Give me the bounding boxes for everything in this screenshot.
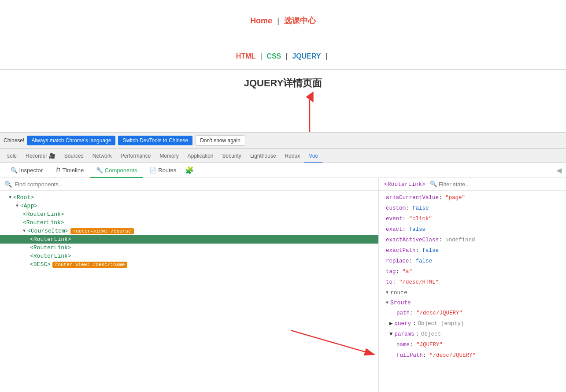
home-link[interactable]: Home xyxy=(250,16,272,25)
nav-top: Home | 选课中心 xyxy=(0,9,566,26)
sep4: | xyxy=(326,52,327,60)
html-link[interactable]: HTML xyxy=(236,52,255,60)
sep2: | xyxy=(260,52,262,60)
page-title: JQUERY详情页面 xyxy=(0,77,566,90)
course-link[interactable]: 选课中心 xyxy=(284,16,316,25)
divider xyxy=(0,69,566,70)
sep1: | xyxy=(277,16,279,25)
css-link[interactable]: CSS xyxy=(266,52,281,60)
jquery-link[interactable]: JQUERY xyxy=(292,52,321,60)
sep3: | xyxy=(286,52,288,60)
nav-middle: HTML | CSS | JQUERY | xyxy=(0,52,566,60)
